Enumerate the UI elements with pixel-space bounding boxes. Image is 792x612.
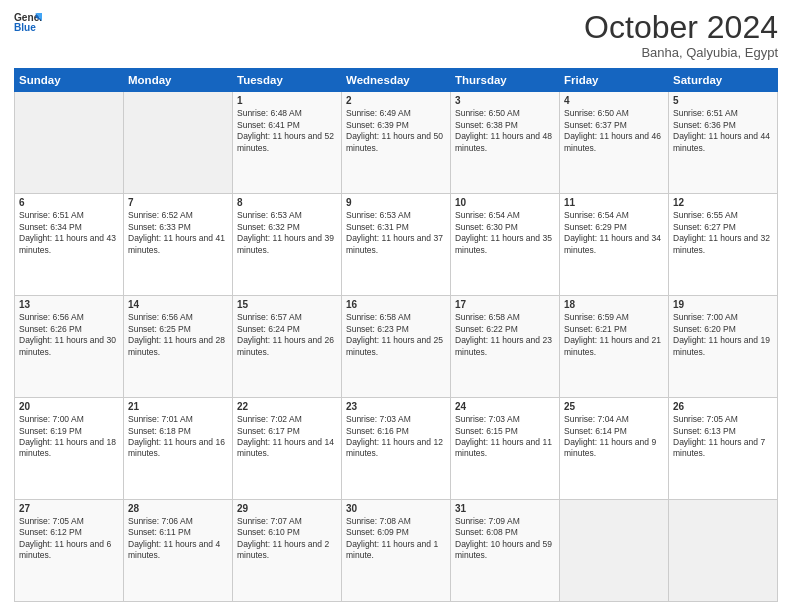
- day-info: Sunrise: 7:01 AMSunset: 6:18 PMDaylight:…: [128, 414, 228, 460]
- day-number: 8: [237, 197, 337, 208]
- calendar-week-5: 27Sunrise: 7:05 AMSunset: 6:12 PMDayligh…: [15, 500, 778, 602]
- day-info: Sunrise: 7:02 AMSunset: 6:17 PMDaylight:…: [237, 414, 337, 460]
- calendar-cell: [124, 92, 233, 194]
- day-info: Sunrise: 6:58 AMSunset: 6:23 PMDaylight:…: [346, 312, 446, 358]
- calendar-cell: 28Sunrise: 7:06 AMSunset: 6:11 PMDayligh…: [124, 500, 233, 602]
- day-number: 13: [19, 299, 119, 310]
- day-number: 16: [346, 299, 446, 310]
- calendar-body: 1Sunrise: 6:48 AMSunset: 6:41 PMDaylight…: [15, 92, 778, 602]
- day-info: Sunrise: 6:49 AMSunset: 6:39 PMDaylight:…: [346, 108, 446, 154]
- logo: General Blue: [14, 10, 42, 38]
- day-number: 1: [237, 95, 337, 106]
- day-info: Sunrise: 7:07 AMSunset: 6:10 PMDaylight:…: [237, 516, 337, 562]
- day-info: Sunrise: 6:50 AMSunset: 6:37 PMDaylight:…: [564, 108, 664, 154]
- day-number: 15: [237, 299, 337, 310]
- calendar-cell: 21Sunrise: 7:01 AMSunset: 6:18 PMDayligh…: [124, 398, 233, 500]
- day-info: Sunrise: 6:56 AMSunset: 6:25 PMDaylight:…: [128, 312, 228, 358]
- calendar-cell: 2Sunrise: 6:49 AMSunset: 6:39 PMDaylight…: [342, 92, 451, 194]
- calendar-cell: [15, 92, 124, 194]
- calendar-cell: [669, 500, 778, 602]
- day-info: Sunrise: 6:48 AMSunset: 6:41 PMDaylight:…: [237, 108, 337, 154]
- day-info: Sunrise: 7:05 AMSunset: 6:12 PMDaylight:…: [19, 516, 119, 562]
- day-info: Sunrise: 7:00 AMSunset: 6:19 PMDaylight:…: [19, 414, 119, 460]
- calendar-week-2: 6Sunrise: 6:51 AMSunset: 6:34 PMDaylight…: [15, 194, 778, 296]
- day-number: 12: [673, 197, 773, 208]
- location: Banha, Qalyubia, Egypt: [584, 45, 778, 60]
- calendar-cell: 20Sunrise: 7:00 AMSunset: 6:19 PMDayligh…: [15, 398, 124, 500]
- day-number: 4: [564, 95, 664, 106]
- day-number: 31: [455, 503, 555, 514]
- day-number: 2: [346, 95, 446, 106]
- day-info: Sunrise: 7:08 AMSunset: 6:09 PMDaylight:…: [346, 516, 446, 562]
- day-number: 19: [673, 299, 773, 310]
- day-info: Sunrise: 7:09 AMSunset: 6:08 PMDaylight:…: [455, 516, 555, 562]
- day-number: 24: [455, 401, 555, 412]
- day-number: 23: [346, 401, 446, 412]
- day-info: Sunrise: 6:52 AMSunset: 6:33 PMDaylight:…: [128, 210, 228, 256]
- header: General Blue October 2024 Banha, Qalyubi…: [14, 10, 778, 60]
- calendar-cell: [560, 500, 669, 602]
- day-number: 7: [128, 197, 228, 208]
- day-number: 14: [128, 299, 228, 310]
- day-number: 6: [19, 197, 119, 208]
- day-number: 22: [237, 401, 337, 412]
- calendar-cell: 12Sunrise: 6:55 AMSunset: 6:27 PMDayligh…: [669, 194, 778, 296]
- day-number: 26: [673, 401, 773, 412]
- day-info: Sunrise: 6:53 AMSunset: 6:32 PMDaylight:…: [237, 210, 337, 256]
- calendar-cell: 27Sunrise: 7:05 AMSunset: 6:12 PMDayligh…: [15, 500, 124, 602]
- calendar-cell: 16Sunrise: 6:58 AMSunset: 6:23 PMDayligh…: [342, 296, 451, 398]
- svg-text:Blue: Blue: [14, 22, 36, 33]
- calendar-week-1: 1Sunrise: 6:48 AMSunset: 6:41 PMDaylight…: [15, 92, 778, 194]
- month-title: October 2024: [584, 10, 778, 45]
- calendar-cell: 1Sunrise: 6:48 AMSunset: 6:41 PMDaylight…: [233, 92, 342, 194]
- calendar-cell: 6Sunrise: 6:51 AMSunset: 6:34 PMDaylight…: [15, 194, 124, 296]
- calendar-cell: 29Sunrise: 7:07 AMSunset: 6:10 PMDayligh…: [233, 500, 342, 602]
- calendar-cell: 15Sunrise: 6:57 AMSunset: 6:24 PMDayligh…: [233, 296, 342, 398]
- calendar-week-3: 13Sunrise: 6:56 AMSunset: 6:26 PMDayligh…: [15, 296, 778, 398]
- calendar-cell: 17Sunrise: 6:58 AMSunset: 6:22 PMDayligh…: [451, 296, 560, 398]
- day-info: Sunrise: 6:51 AMSunset: 6:36 PMDaylight:…: [673, 108, 773, 154]
- calendar-cell: 18Sunrise: 6:59 AMSunset: 6:21 PMDayligh…: [560, 296, 669, 398]
- calendar-cell: 30Sunrise: 7:08 AMSunset: 6:09 PMDayligh…: [342, 500, 451, 602]
- logo-icon: General Blue: [14, 10, 42, 38]
- day-info: Sunrise: 7:04 AMSunset: 6:14 PMDaylight:…: [564, 414, 664, 460]
- calendar-cell: 14Sunrise: 6:56 AMSunset: 6:25 PMDayligh…: [124, 296, 233, 398]
- day-info: Sunrise: 7:03 AMSunset: 6:15 PMDaylight:…: [455, 414, 555, 460]
- day-number: 18: [564, 299, 664, 310]
- day-info: Sunrise: 7:00 AMSunset: 6:20 PMDaylight:…: [673, 312, 773, 358]
- title-block: October 2024 Banha, Qalyubia, Egypt: [584, 10, 778, 60]
- day-number: 21: [128, 401, 228, 412]
- calendar-cell: 24Sunrise: 7:03 AMSunset: 6:15 PMDayligh…: [451, 398, 560, 500]
- day-info: Sunrise: 6:57 AMSunset: 6:24 PMDaylight:…: [237, 312, 337, 358]
- day-info: Sunrise: 6:50 AMSunset: 6:38 PMDaylight:…: [455, 108, 555, 154]
- calendar-cell: 22Sunrise: 7:02 AMSunset: 6:17 PMDayligh…: [233, 398, 342, 500]
- calendar-cell: 5Sunrise: 6:51 AMSunset: 6:36 PMDaylight…: [669, 92, 778, 194]
- calendar-table: Sunday Monday Tuesday Wednesday Thursday…: [14, 68, 778, 602]
- day-info: Sunrise: 6:54 AMSunset: 6:29 PMDaylight:…: [564, 210, 664, 256]
- calendar-cell: 10Sunrise: 6:54 AMSunset: 6:30 PMDayligh…: [451, 194, 560, 296]
- calendar-cell: 9Sunrise: 6:53 AMSunset: 6:31 PMDaylight…: [342, 194, 451, 296]
- day-info: Sunrise: 6:58 AMSunset: 6:22 PMDaylight:…: [455, 312, 555, 358]
- calendar-cell: 25Sunrise: 7:04 AMSunset: 6:14 PMDayligh…: [560, 398, 669, 500]
- day-number: 5: [673, 95, 773, 106]
- day-number: 28: [128, 503, 228, 514]
- col-wednesday: Wednesday: [342, 69, 451, 92]
- day-info: Sunrise: 6:55 AMSunset: 6:27 PMDaylight:…: [673, 210, 773, 256]
- calendar-cell: 7Sunrise: 6:52 AMSunset: 6:33 PMDaylight…: [124, 194, 233, 296]
- day-number: 3: [455, 95, 555, 106]
- day-info: Sunrise: 7:06 AMSunset: 6:11 PMDaylight:…: [128, 516, 228, 562]
- day-info: Sunrise: 6:59 AMSunset: 6:21 PMDaylight:…: [564, 312, 664, 358]
- col-saturday: Saturday: [669, 69, 778, 92]
- day-number: 30: [346, 503, 446, 514]
- calendar-cell: 11Sunrise: 6:54 AMSunset: 6:29 PMDayligh…: [560, 194, 669, 296]
- calendar-cell: 26Sunrise: 7:05 AMSunset: 6:13 PMDayligh…: [669, 398, 778, 500]
- day-number: 17: [455, 299, 555, 310]
- day-number: 27: [19, 503, 119, 514]
- day-info: Sunrise: 6:56 AMSunset: 6:26 PMDaylight:…: [19, 312, 119, 358]
- col-sunday: Sunday: [15, 69, 124, 92]
- day-info: Sunrise: 7:03 AMSunset: 6:16 PMDaylight:…: [346, 414, 446, 460]
- col-thursday: Thursday: [451, 69, 560, 92]
- day-number: 9: [346, 197, 446, 208]
- day-number: 11: [564, 197, 664, 208]
- calendar-cell: 31Sunrise: 7:09 AMSunset: 6:08 PMDayligh…: [451, 500, 560, 602]
